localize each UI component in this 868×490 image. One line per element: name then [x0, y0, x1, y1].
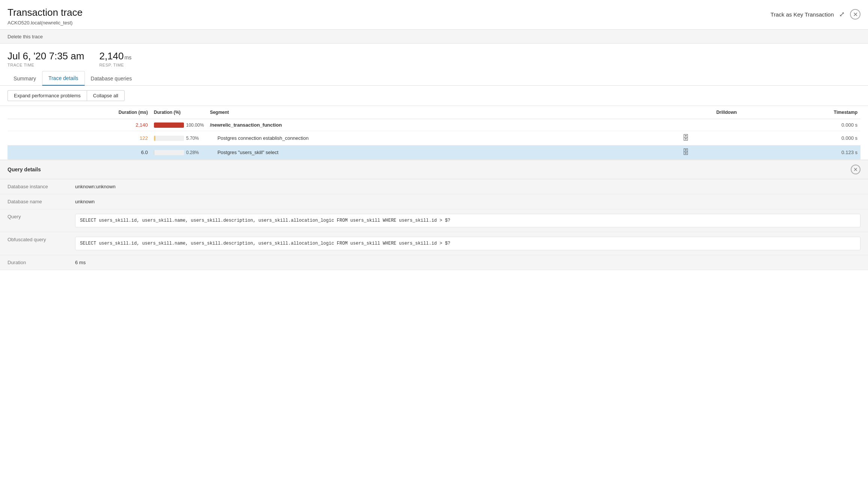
trace-table: Duration (ms) Duration (%) Segment Drill…	[8, 106, 860, 160]
timestamp-cell: 0.123 s	[740, 145, 860, 160]
tab-trace-details[interactable]: Trace details	[42, 71, 85, 86]
page-subtitle: ACKO520.local(newrelic_test)	[8, 20, 83, 26]
segment-cell: /newrelic_transaction_function	[207, 119, 632, 131]
duration-bar-cell: 5.70%	[151, 131, 207, 145]
trace-time-label: TRACE TIME	[8, 63, 84, 67]
track-key-transaction-button[interactable]: Track as Key Transaction	[770, 11, 834, 18]
drilldown-icon[interactable]: 🗄	[683, 134, 689, 142]
query-field-label: Query	[0, 209, 68, 232]
header-right: Track as Key Transaction ⤢ ✕	[770, 7, 860, 20]
delete-trace-button[interactable]: Delete this trace	[8, 34, 43, 39]
query-field-label: Database name	[0, 194, 68, 209]
query-details-table: Database instanceunknown:unknownDatabase…	[0, 179, 868, 270]
expand-performance-button[interactable]: Expand performance problems	[8, 90, 87, 101]
trace-time-value: Jul 6, '20 7:35 am	[8, 50, 84, 62]
trace-table-container: Duration (ms) Duration (%) Segment Drill…	[0, 106, 868, 160]
query-details-panel: Query details ✕ Database instanceunknown…	[0, 160, 868, 270]
duration-ms-cell: 122	[8, 131, 151, 145]
segment-label: Postgres connection establish_connection	[217, 135, 309, 141]
query-details-title: Query details	[8, 166, 41, 172]
meta-section: Jul 6, '20 7:35 am TRACE TIME 2,140ms RE…	[0, 44, 868, 71]
trace-time: Jul 6, '20 7:35 am TRACE TIME	[8, 50, 84, 67]
query-detail-row: Duration6 ms	[0, 255, 868, 270]
col-duration-pct: Duration (%)	[151, 106, 207, 119]
timestamp-cell: 0.000 s	[740, 119, 860, 131]
query-details-header: Query details ✕	[0, 160, 868, 179]
query-detail-row: QuerySELECT users_skill.id, users_skill.…	[0, 209, 868, 232]
page-title: Transaction trace	[8, 7, 83, 18]
table-row[interactable]: 122 5.70% Postgres connection establish_…	[8, 131, 860, 145]
resp-time: 2,140ms RESP. TIME	[99, 50, 131, 67]
query-detail-row: Database instanceunknown:unknown	[0, 179, 868, 194]
query-code-block: SELECT users_skill.id, users_skill.name,…	[75, 214, 860, 227]
query-field-value: 6 ms	[68, 255, 868, 270]
resp-time-label: RESP. TIME	[99, 63, 131, 67]
page-header: Transaction trace ACKO520.local(newrelic…	[0, 0, 868, 30]
segment-cell: Postgres connection establish_connection	[207, 131, 632, 145]
table-row[interactable]: 2,140 100.00% /newrelic_transaction_func…	[8, 119, 860, 131]
drilldown-cell	[632, 119, 740, 131]
bar-background	[154, 122, 184, 128]
query-field-value: SELECT users_skill.id, users_skill.name,…	[68, 209, 868, 232]
duration-bar-cell: 100.00%	[151, 119, 207, 131]
bar-wrapper: 100.00%	[154, 122, 204, 128]
table-row[interactable]: 6.0 0.28% Postgres "users_skill" select🗄…	[8, 145, 860, 160]
query-detail-row: Database nameunknown	[0, 194, 868, 209]
toolbar: Expand performance problems Collapse all	[0, 86, 868, 106]
duration-bar-cell: 0.28%	[151, 145, 207, 160]
bar-pct-label: 0.28%	[186, 150, 199, 155]
bar-wrapper: 5.70%	[154, 136, 204, 141]
duration-ms-cell: 6.0	[8, 145, 151, 160]
timestamp-cell: 0.000 s	[740, 131, 860, 145]
drilldown-cell[interactable]: 🗄	[632, 131, 740, 145]
segment-cell: Postgres "users_skill" select	[207, 145, 632, 160]
bar-fill	[154, 150, 154, 155]
expand-icon[interactable]: ⤢	[839, 10, 845, 18]
close-icon[interactable]: ✕	[850, 9, 860, 20]
header-left: Transaction trace ACKO520.local(newrelic…	[8, 7, 83, 26]
bar-background	[154, 150, 184, 155]
query-field-value: unknown	[68, 194, 868, 209]
query-details-close-button[interactable]: ✕	[851, 165, 860, 174]
bar-pct-label: 100.00%	[186, 122, 204, 128]
bar-pct-label: 5.70%	[186, 136, 199, 141]
col-drilldown: Drilldown	[632, 106, 740, 119]
query-field-label: Database instance	[0, 179, 68, 194]
resp-time-value: 2,140ms	[99, 50, 131, 62]
bar-fill	[154, 136, 156, 141]
bar-background	[154, 136, 184, 141]
query-field-label: Obfuscated query	[0, 232, 68, 255]
bar-fill	[154, 122, 184, 128]
tab-summary[interactable]: Summary	[8, 71, 42, 86]
query-field-label: Duration	[0, 255, 68, 270]
col-segment: Segment	[207, 106, 632, 119]
drilldown-icon[interactable]: 🗄	[683, 148, 689, 156]
collapse-all-button[interactable]: Collapse all	[87, 90, 125, 101]
query-code-block: SELECT users_skill.id, users_skill.name,…	[75, 237, 860, 250]
query-field-value: SELECT users_skill.id, users_skill.name,…	[68, 232, 868, 255]
table-header-row: Duration (ms) Duration (%) Segment Drill…	[8, 106, 860, 119]
query-detail-row: Obfuscated querySELECT users_skill.id, u…	[0, 232, 868, 255]
segment-label: Postgres "users_skill" select	[217, 150, 278, 155]
query-field-value: unknown:unknown	[68, 179, 868, 194]
duration-ms-cell: 2,140	[8, 119, 151, 131]
col-timestamp: Timestamp	[740, 106, 860, 119]
delete-bar: Delete this trace	[0, 30, 868, 44]
tab-database-queries[interactable]: Database queries	[85, 71, 138, 86]
tab-bar: Summary Trace details Database queries	[0, 71, 868, 86]
bar-wrapper: 0.28%	[154, 150, 204, 155]
drilldown-cell[interactable]: 🗄	[632, 145, 740, 160]
col-duration-ms: Duration (ms)	[8, 106, 151, 119]
